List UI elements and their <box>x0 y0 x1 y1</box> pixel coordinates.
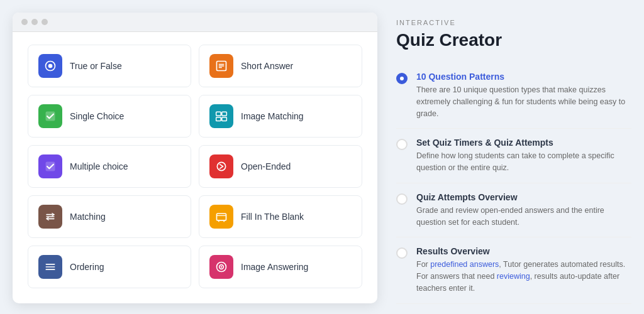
svg-rect-9 <box>216 117 221 121</box>
svg-point-12 <box>217 162 225 170</box>
image-answering-icon <box>209 255 233 279</box>
svg-rect-10 <box>222 117 227 121</box>
multiple-choice-icon <box>38 154 62 178</box>
feature-text-quiz-timers: Set Quiz Timers & Quiz AttemptsDefine ho… <box>416 138 631 174</box>
browser-dot-2 <box>31 19 38 25</box>
question-item-fill-in-blank[interactable]: Fill In The Blank <box>199 195 362 238</box>
info-panel: INTERACTIVE Quiz Creator 10 Question Pat… <box>396 13 631 314</box>
feature-item-question-patterns[interactable]: 10 Question PatternsThere are 10 unique … <box>396 63 631 129</box>
feature-text-results-overview: Results OverviewFor predefined answers, … <box>416 246 631 294</box>
panel-title: Quiz Creator <box>396 30 631 50</box>
question-label-matching: Matching <box>70 212 106 222</box>
feature-desc-question-patterns: There are 10 unique question types that … <box>416 84 631 119</box>
feature-dot-quiz-timers <box>396 139 408 150</box>
question-item-image-answering[interactable]: Image Answering <box>199 246 362 288</box>
panel-label: INTERACTIVE <box>396 19 631 26</box>
feature-title-question-patterns: 10 Question Patterns <box>416 72 631 82</box>
page-container: True or FalseShort AnswerSingle ChoiceIm… <box>13 13 631 314</box>
svg-rect-16 <box>217 214 226 220</box>
feature-item-advanced-settings[interactable]: Advanced Quiz SettingsA tonnes of useful… <box>396 304 631 315</box>
browser-dot-3 <box>42 19 48 25</box>
svg-point-25 <box>221 266 223 268</box>
question-item-open-ended[interactable]: Open-Ended <box>199 145 362 188</box>
feature-item-results-overview[interactable]: Results OverviewFor predefined answers, … <box>396 237 631 303</box>
question-label-open-ended: Open-Ended <box>241 161 291 171</box>
question-item-multiple-choice[interactable]: Multiple choice <box>28 145 191 188</box>
short-answer-icon <box>209 54 233 78</box>
browser-dot-1 <box>21 19 28 25</box>
feature-title-quiz-attempts: Quiz Attempts Overview <box>416 192 631 202</box>
feature-item-quiz-timers[interactable]: Set Quiz Timers & Quiz AttemptsDefine ho… <box>396 129 631 183</box>
question-grid: True or FalseShort AnswerSingle ChoiceIm… <box>28 45 362 288</box>
browser-bar <box>13 13 377 32</box>
svg-rect-7 <box>216 112 221 116</box>
matching-icon <box>38 205 62 229</box>
feature-item-quiz-attempts[interactable]: Quiz Attempts OverviewGrade and review o… <box>396 183 631 238</box>
feature-text-question-patterns: 10 Question PatternsThere are 10 unique … <box>416 72 631 119</box>
question-label-ordering: Ordering <box>70 262 104 272</box>
question-item-ordering[interactable]: Ordering <box>28 246 191 288</box>
question-label-single-choice: Single Choice <box>70 111 124 121</box>
browser-panel: True or FalseShort AnswerSingle ChoiceIm… <box>13 13 377 303</box>
question-item-image-matching[interactable]: Image Matching <box>199 95 362 138</box>
feature-dot-question-patterns <box>396 73 408 84</box>
single-choice-icon <box>38 104 62 128</box>
feature-desc-quiz-attempts: Grade and review open-ended answers and … <box>416 205 631 229</box>
question-item-single-choice[interactable]: Single Choice <box>28 95 191 138</box>
question-label-true-or-false: True or False <box>70 61 122 71</box>
feature-desc-quiz-timers: Define how long students can take to com… <box>416 150 631 174</box>
question-item-true-or-false[interactable]: True or False <box>28 45 191 87</box>
image-matching-icon <box>209 104 233 128</box>
toggle-icon <box>38 54 62 78</box>
question-label-image-matching: Image Matching <box>241 111 304 121</box>
question-label-image-answering: Image Answering <box>241 262 308 272</box>
feature-dot-results-overview <box>396 247 408 259</box>
svg-rect-8 <box>222 112 227 116</box>
feature-text-quiz-attempts: Quiz Attempts OverviewGrade and review o… <box>416 192 631 229</box>
ordering-icon <box>38 255 62 279</box>
feature-desc-results-overview: For predefined answers, Tutor generates … <box>416 259 631 294</box>
question-item-short-answer[interactable]: Short Answer <box>199 45 362 87</box>
question-item-matching[interactable]: Matching <box>28 195 191 238</box>
question-label-multiple-choice: Multiple choice <box>70 161 128 171</box>
fill-blank-icon <box>209 205 233 229</box>
open-ended-icon <box>209 154 233 178</box>
feature-dot-quiz-attempts <box>396 193 408 205</box>
question-label-fill-in-blank: Fill In The Blank <box>241 212 304 222</box>
browser-content: True or FalseShort AnswerSingle ChoiceIm… <box>13 32 377 303</box>
feature-title-quiz-timers: Set Quiz Timers & Quiz Attempts <box>416 138 631 148</box>
feature-list: 10 Question PatternsThere are 10 unique … <box>396 63 631 314</box>
svg-point-1 <box>48 64 53 68</box>
feature-title-results-overview: Results Overview <box>416 246 631 256</box>
question-label-short-answer: Short Answer <box>241 61 293 71</box>
